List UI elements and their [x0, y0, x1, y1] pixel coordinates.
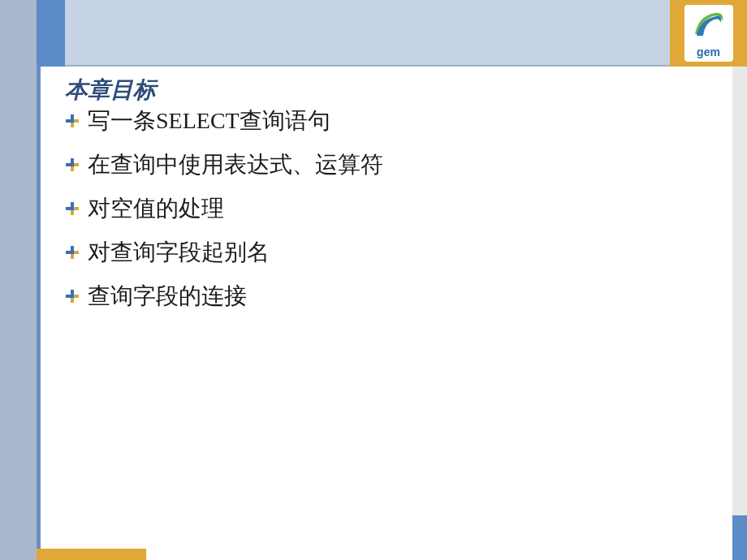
plus-bullet-icon [65, 114, 80, 128]
bullet-list: 写一条SELECT查询语句 在查询中使用表达式、运算符 对空值的处理 对查询字段… [65, 106, 383, 325]
bullet-text: 对查询字段起别名 [88, 237, 270, 268]
plus-bullet-icon [65, 201, 80, 216]
right-decorative-lower [732, 515, 747, 560]
secondary-rail-upper [37, 0, 65, 67]
plus-bullet-icon [65, 157, 80, 172]
logo-area: gem [670, 0, 747, 67]
list-item: 在查询中使用表达式、运算符 [65, 149, 383, 180]
bottom-decorative-segment [37, 549, 146, 560]
page-title: 本章目标 [65, 75, 156, 106]
plus-bullet-icon [65, 245, 80, 260]
gem-logo: gem [684, 5, 733, 62]
gem-logo-text: gem [697, 45, 720, 58]
right-decorative-upper [732, 67, 747, 515]
bullet-text: 查询字段的连接 [88, 281, 247, 312]
bullet-text: 对空值的处理 [88, 193, 224, 224]
bullet-text: 在查询中使用表达式、运算符 [88, 149, 383, 180]
slide-container: gem 本章目标 写一条SELECT查询语句 在查询中使用表达式、运算符 对空值… [0, 0, 747, 560]
gem-logo-swoosh-icon [692, 10, 726, 41]
top-header-bar [65, 0, 670, 67]
list-item: 写一条SELECT查询语句 [65, 106, 383, 136]
list-item: 查询字段的连接 [65, 281, 383, 312]
bullet-text: 写一条SELECT查询语句 [88, 106, 330, 136]
list-item: 对空值的处理 [65, 193, 383, 224]
left-decorative-rail [0, 0, 37, 560]
list-item: 对查询字段起别名 [65, 237, 383, 268]
plus-bullet-icon [65, 289, 80, 304]
